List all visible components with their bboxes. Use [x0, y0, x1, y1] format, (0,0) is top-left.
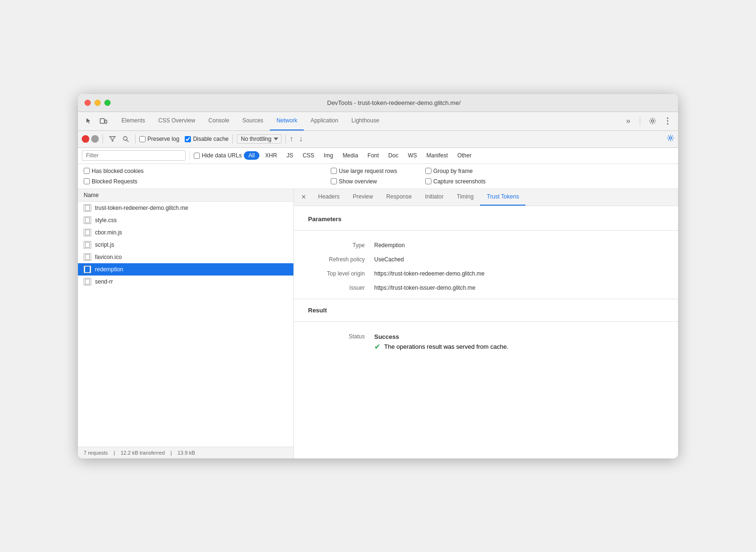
status-label: Status [308, 333, 374, 340]
filter-media-button[interactable]: Media [339, 151, 362, 160]
file-item-1[interactable]: style.css [78, 214, 293, 226]
cursor-icon[interactable] [82, 114, 95, 128]
tab-sources[interactable]: Sources [236, 112, 270, 130]
group-by-frame-label[interactable]: Group by frame [425, 168, 672, 174]
tab-elements[interactable]: Elements [115, 112, 152, 130]
file-icon-6 [84, 278, 91, 285]
file-item-6[interactable]: send-rr [78, 276, 293, 288]
preserve-log-label[interactable]: Preserve log [139, 136, 179, 142]
filter-icon[interactable] [107, 133, 118, 145]
toolbar-divider-2 [135, 134, 136, 144]
capture-screenshots-checkbox[interactable] [425, 178, 431, 184]
file-name-0: trust-token-redeemer-demo.glitch.me [95, 205, 188, 211]
hide-data-urls-checkbox[interactable] [194, 153, 200, 159]
title-bar: DevTools - trust-token-redeemer-demo.gli… [78, 94, 678, 112]
file-name-3: script.js [95, 242, 114, 248]
has-blocked-cookies-checkbox[interactable] [84, 168, 90, 174]
requests-count: 7 requests [84, 450, 108, 456]
tab-css-overview[interactable]: CSS Overview [152, 112, 202, 130]
file-item-3[interactable]: script.js [78, 239, 293, 251]
filter-css-button[interactable]: CSS [299, 151, 318, 160]
filter-input[interactable] [82, 150, 186, 161]
file-item-0[interactable]: trust-token-redeemer-demo.glitch.me [78, 202, 293, 214]
detail-close-button[interactable]: × [298, 191, 309, 203]
minimize-button[interactable] [94, 100, 101, 106]
more-tabs-button[interactable]: » [622, 115, 634, 127]
tab-console[interactable]: Console [202, 112, 236, 130]
file-name-2: cbor.min.js [95, 229, 122, 236]
hide-data-urls-label[interactable]: Hide data URLs [194, 152, 242, 159]
filter-ws-button[interactable]: WS [404, 151, 421, 160]
menu-button[interactable] [661, 114, 674, 128]
refresh-policy-label: Refresh policy [308, 256, 374, 263]
close-button[interactable] [85, 100, 91, 106]
upload-icon[interactable]: ↑ [290, 135, 293, 143]
type-row: Type Redemption [294, 238, 678, 252]
disable-cache-checkbox[interactable] [185, 136, 191, 142]
stop-button[interactable] [91, 135, 99, 143]
file-item-4[interactable]: favicon.ico [78, 251, 293, 263]
filter-other-button[interactable]: Other [454, 151, 475, 160]
refresh-policy-value: UseCached [374, 256, 404, 263]
filter-manifest-button[interactable]: Manifest [423, 151, 452, 160]
toolbar-divider-3 [232, 134, 233, 144]
network-settings-icon[interactable] [667, 134, 674, 144]
tab-network[interactable]: Network [270, 112, 304, 130]
options-middle: Use large request rows Show overview [331, 168, 425, 185]
filter-img-button[interactable]: Img [320, 151, 337, 160]
total-size: 13.9 kB [178, 450, 195, 456]
use-large-rows-label[interactable]: Use large request rows [331, 168, 425, 174]
maximize-button[interactable] [104, 100, 111, 106]
tab-application[interactable]: Application [304, 112, 345, 130]
filter-js-button[interactable]: JS [283, 151, 297, 160]
disable-cache-label[interactable]: Disable cache [185, 136, 228, 142]
has-blocked-cookies-label[interactable]: Has blocked cookies [84, 168, 331, 174]
preserve-log-checkbox[interactable] [139, 136, 146, 142]
detail-tabs: × Headers Preview Response Initiator Tim… [294, 189, 678, 206]
detail-tab-timing[interactable]: Timing [450, 189, 481, 206]
blocked-requests-checkbox[interactable] [84, 178, 90, 184]
svg-point-3 [667, 118, 669, 119]
detail-panel: × Headers Preview Response Initiator Tim… [294, 189, 678, 458]
type-value: Redemption [374, 242, 405, 249]
record-button[interactable] [82, 135, 89, 143]
result-section-title: Result [294, 307, 678, 322]
file-list: Name trust-token-redeemer-demo.glitch.me… [78, 189, 294, 458]
issuer-value: https://trust-token-issuer-demo.glitch.m… [374, 285, 475, 291]
show-overview-checkbox[interactable] [331, 178, 337, 184]
file-icon-4 [84, 253, 91, 261]
main-tabs: Elements CSS Overview Console Sources Ne… [115, 112, 622, 130]
capture-screenshots-label[interactable]: Capture screenshots [425, 178, 672, 185]
svg-point-8 [670, 137, 672, 139]
group-by-frame-checkbox[interactable] [425, 168, 431, 174]
detail-tab-trust-tokens[interactable]: Trust Tokens [480, 189, 525, 206]
footer-divider-2: | [171, 450, 172, 456]
top-level-origin-label: Top level origin [308, 270, 374, 277]
use-large-rows-checkbox[interactable] [331, 168, 337, 174]
detail-tab-preview[interactable]: Preview [346, 189, 380, 206]
filter-doc-button[interactable]: Doc [385, 151, 402, 160]
top-tabs-bar: Elements CSS Overview Console Sources Ne… [78, 112, 678, 131]
blocked-requests-label[interactable]: Blocked Requests [84, 178, 331, 185]
detail-tab-response[interactable]: Response [379, 189, 418, 206]
svg-point-5 [667, 123, 669, 125]
file-item-5[interactable]: redemption [78, 263, 293, 276]
svg-point-2 [652, 120, 654, 122]
file-item-2[interactable]: cbor.min.js [78, 226, 293, 239]
search-icon[interactable] [120, 133, 131, 145]
show-overview-label[interactable]: Show overview [331, 178, 425, 185]
file-name-6: send-rr [95, 278, 113, 285]
file-icon-3 [84, 241, 91, 249]
file-icon-5 [84, 266, 91, 273]
filter-font-button[interactable]: Font [364, 151, 383, 160]
filter-all-button[interactable]: All [244, 151, 259, 160]
settings-button[interactable] [646, 114, 659, 128]
detail-tab-headers[interactable]: Headers [311, 189, 346, 206]
file-name-5: redemption [95, 266, 123, 273]
filter-xhr-button[interactable]: XHR [261, 151, 281, 160]
tab-lighthouse[interactable]: Lighthouse [345, 112, 386, 130]
throttle-select[interactable]: No throttling [237, 134, 282, 144]
detail-tab-initiator[interactable]: Initiator [418, 189, 450, 206]
device-toggle-icon[interactable] [97, 114, 110, 128]
download-icon[interactable]: ↓ [299, 135, 303, 143]
